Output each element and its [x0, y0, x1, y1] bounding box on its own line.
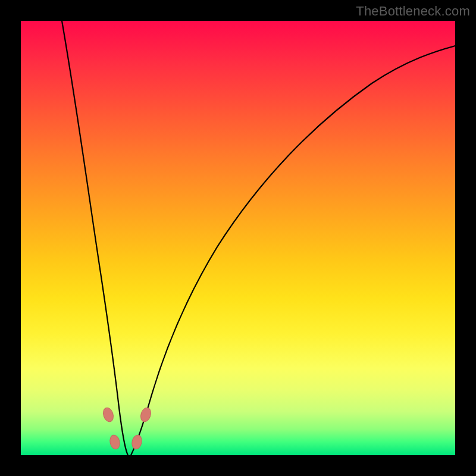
marker-dot	[102, 406, 115, 423]
curve-layer	[21, 21, 455, 455]
marker-dot	[131, 434, 143, 450]
bottleneck-curve-left	[62, 21, 128, 455]
marker-dot	[109, 434, 121, 450]
bottleneck-curve-right	[131, 46, 455, 455]
watermark-text: TheBottleneck.com	[356, 4, 470, 19]
chart-frame: TheBottleneck.com	[0, 0, 476, 476]
marker-dot	[139, 406, 153, 423]
trough-markers	[102, 406, 153, 450]
plot-area	[21, 21, 455, 455]
